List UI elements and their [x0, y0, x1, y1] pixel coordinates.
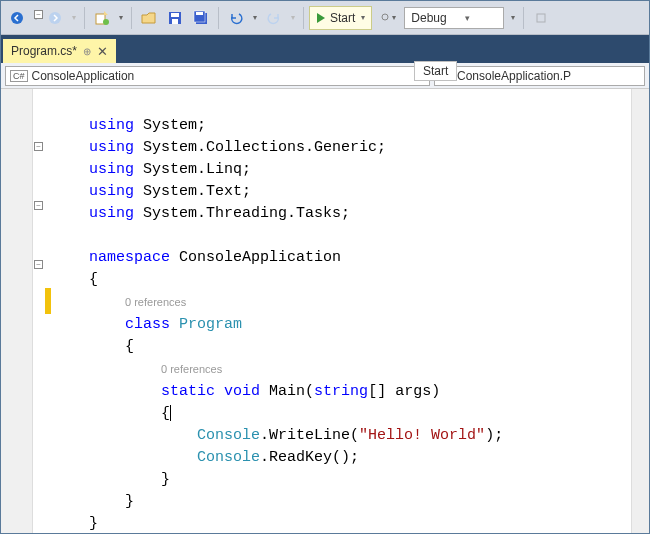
- save-all-button[interactable]: [189, 6, 213, 30]
- close-icon[interactable]: ✕: [97, 44, 108, 59]
- svg-rect-9: [196, 12, 203, 15]
- separator: [523, 7, 524, 29]
- svg-point-3: [103, 19, 109, 25]
- new-project-dropdown[interactable]: ▾: [116, 6, 126, 30]
- configuration-dropdown[interactable]: Debug: [404, 7, 504, 29]
- separator: [131, 7, 132, 29]
- code-area[interactable]: using System; using System.Collections.G…: [33, 89, 631, 533]
- step-button[interactable]: [529, 6, 553, 30]
- undo-dropdown[interactable]: ▾: [250, 6, 260, 30]
- start-label: Start: [330, 11, 355, 25]
- undo-button[interactable]: [224, 6, 248, 30]
- forward-history-dropdown[interactable]: ▾: [69, 6, 79, 30]
- member-label: ConsoleApplication.P: [457, 69, 571, 83]
- pin-icon[interactable]: ⊕: [83, 46, 91, 57]
- start-target-dropdown[interactable]: [378, 6, 392, 30]
- member-dropdown[interactable]: ConsoleApplication.P: [434, 66, 645, 86]
- config-label: Debug: [411, 11, 446, 25]
- document-tabs: Program.cs* ⊕ ✕ Start: [1, 35, 649, 63]
- redo-button[interactable]: [262, 6, 286, 30]
- svg-point-0: [11, 12, 23, 24]
- back-button[interactable]: [5, 6, 29, 30]
- start-dropdown-icon: ▾: [361, 13, 365, 22]
- svg-rect-6: [172, 19, 178, 24]
- svg-rect-5: [171, 13, 179, 17]
- play-icon: [316, 12, 326, 24]
- separator: [218, 7, 219, 29]
- start-tooltip: Start: [414, 61, 457, 81]
- new-project-button[interactable]: [90, 6, 114, 30]
- code-editor[interactable]: − − − − using System; using System.Colle…: [1, 89, 649, 533]
- tab-title: Program.cs*: [11, 44, 77, 58]
- separator: [303, 7, 304, 29]
- redo-dropdown[interactable]: ▾: [288, 6, 298, 30]
- gutter: [1, 89, 33, 533]
- svg-point-10: [382, 14, 388, 20]
- svg-point-1: [49, 12, 61, 24]
- save-button[interactable]: [163, 6, 187, 30]
- svg-rect-11: [537, 14, 545, 22]
- platform-dropdown[interactable]: ▾: [508, 6, 518, 30]
- main-toolbar: ▾ ▾ ▾ ▾ ▾ Start ▾ ▾ Debug ▾: [1, 1, 649, 35]
- scope-dropdown[interactable]: C# ConsoleApplication: [5, 66, 430, 86]
- start-debug-button[interactable]: Start ▾: [309, 6, 372, 30]
- csharp-badge: C#: [10, 70, 28, 82]
- separator: [84, 7, 85, 29]
- chevron-down-icon: ▾: [392, 13, 396, 22]
- forward-button[interactable]: [43, 6, 67, 30]
- vertical-scrollbar[interactable]: [631, 89, 649, 533]
- navigation-bar: C# ConsoleApplication ConsoleApplication…: [1, 63, 649, 89]
- scope-label: ConsoleApplication: [32, 69, 135, 83]
- tab-program-cs[interactable]: Program.cs* ⊕ ✕: [3, 39, 116, 63]
- open-file-button[interactable]: [137, 6, 161, 30]
